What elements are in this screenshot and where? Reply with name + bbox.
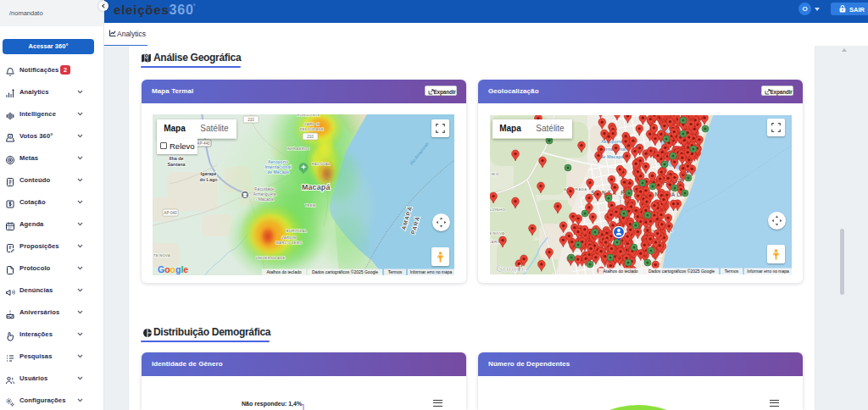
svg-text:Dados cartográficos ©2025 Goog: Dados cartográficos ©2025 Google [312,269,378,274]
svg-text:Atalhos do teclado: Atalhos do teclado [266,269,301,274]
svg-text:Informar erro no mapa: Informar erro no mapa [747,269,789,274]
svg-text:de Macapá: de Macapá [267,169,289,175]
svg-text:INFRAERO I: INFRAERO I [287,147,309,151]
svg-text:A NOVA: A NOVA [490,231,505,235]
svg-text:AP-440: AP-440 [197,141,210,146]
svg-text:Informar erro no mapa: Informar erro no mapa [410,269,453,274]
svg-text:Google: Google [158,264,188,274]
svg-text:Google: Google [496,263,526,274]
svg-text:PACOVAL: PACOVAL [312,162,331,166]
svg-text:TREM: TREM [304,203,315,208]
svg-text:MARCO ZERO: MARCO ZERO [275,241,303,245]
svg-text:Atalhos do teclado: Atalhos do teclado [603,269,637,274]
svg-text:de Macapá: de Macapá [600,154,625,159]
svg-text:do Lago: do Lago [200,177,219,182]
svg-text:Igarapé: Igarapé [200,171,216,176]
svg-text:UNIVERSIDADE: UNIVERSIDADE [255,256,285,260]
svg-text:TE NOVA: TE NOVA [153,253,170,258]
svg-text:- Macapá: - Macapá [256,197,274,202]
svg-text:AP-040: AP-040 [164,211,177,215]
svg-text:Dados cartográficos ©2025 Goog: Dados cartográficos ©2025 Google [648,269,715,274]
svg-text:Macapá: Macapá [302,183,330,191]
svg-text:JARDIM: JARDIM [281,235,297,240]
svg-text:BURITIZAL: BURITIZAL [287,229,308,233]
svg-text:210: 210 [248,118,254,122]
svg-text:Santana: Santana [168,162,186,167]
svg-text:Ilha de: Ilha de [169,156,183,161]
svg-text:FELICIDADE: FELICIDADE [300,127,324,131]
svg-text:IKO: IKO [491,172,498,176]
svg-text:Termos: Termos [725,269,739,274]
svg-text:210: 210 [307,135,314,139]
svg-text:HORIZONTE: HORIZONTE [297,114,320,117]
svg-text:CABRALZINHO: CABRALZINHO [490,208,505,212]
svg-text:JARD M: JARD M [304,122,320,126]
svg-text:Termos: Termos [388,269,403,274]
